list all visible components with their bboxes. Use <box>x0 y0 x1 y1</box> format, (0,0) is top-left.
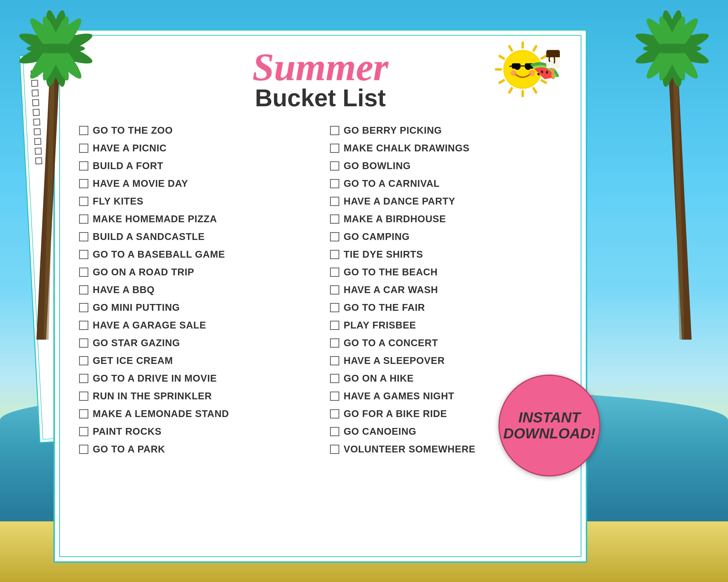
badge-text-line1: INSTANT <box>518 409 580 425</box>
list-item[interactable]: GO BOWLING <box>330 157 562 175</box>
list-item[interactable]: GO TO THE FAIR <box>330 299 562 316</box>
item-text: PAINT ROCKS <box>93 426 162 437</box>
item-text: GO CANOEING <box>344 426 416 437</box>
checkbox-left-18[interactable] <box>79 445 88 454</box>
checkbox-right-10[interactable] <box>330 303 339 312</box>
svg-point-17 <box>643 44 701 53</box>
checkbox-right-14[interactable] <box>330 374 339 383</box>
item-text: GO TO THE FAIR <box>344 302 425 313</box>
list-item[interactable]: GET ICE CREAM <box>79 352 311 369</box>
item-text: HAVE A SLEEPOVER <box>344 355 445 366</box>
item-text: VOLUNTEER SOMEWHERE <box>344 444 475 455</box>
checkbox-left-15[interactable] <box>79 392 88 401</box>
checkbox-right-11[interactable] <box>330 321 339 330</box>
list-item[interactable]: GO CAMPING <box>330 228 562 245</box>
checkbox-right-7[interactable] <box>330 250 339 259</box>
checkbox-right-3[interactable] <box>330 179 339 188</box>
list-item[interactable]: GO TO A PARK <box>79 440 311 458</box>
checkbox-left-17[interactable] <box>79 427 88 436</box>
item-text: GO FOR A BIKE RIDE <box>344 408 447 419</box>
list-item[interactable]: GO TO A DRIVE IN MOVIE <box>79 369 311 387</box>
item-text: GO TO A CONCERT <box>344 338 438 348</box>
item-text: PLAY FRISBEE <box>344 320 416 330</box>
checkbox-right-2[interactable] <box>330 161 339 170</box>
checkbox-right-12[interactable] <box>330 338 339 348</box>
list-item[interactable]: PAINT ROCKS <box>79 423 311 440</box>
item-text: MAKE A BIRDHOUSE <box>344 213 446 224</box>
checkbox-left-16[interactable] <box>79 409 88 419</box>
checkbox-right-8[interactable] <box>330 268 339 277</box>
list-item[interactable]: PLAY FRISBEE <box>330 316 562 334</box>
checkbox-left-13[interactable] <box>79 356 88 365</box>
checkbox-right-18[interactable] <box>330 445 339 454</box>
list-item[interactable]: RUN IN THE SPRINKLER <box>79 387 311 405</box>
item-text: HAVE A DANCE PARTY <box>344 196 455 207</box>
summer-title: Summer <box>252 48 388 86</box>
list-item[interactable]: MAKE A BIRDHOUSE <box>330 210 562 228</box>
item-text: GO BOWLING <box>344 160 411 171</box>
checkbox-right-16[interactable] <box>330 409 339 419</box>
svg-point-8 <box>27 44 85 53</box>
list-item[interactable]: GO TO A CONCERT <box>330 334 562 352</box>
checkbox-right-6[interactable] <box>330 232 339 241</box>
item-text: MAKE CHALK DRAWINGS <box>344 143 470 154</box>
checkbox-right-4[interactable] <box>330 197 339 206</box>
main-paper: Summer Bucket List GO TO THE ZOO HAVE A … <box>53 29 587 563</box>
header: Summer Bucket List <box>64 40 576 117</box>
list-item[interactable]: GO BERRY PICKING <box>330 122 562 139</box>
item-text: GO ON A HIKE <box>344 373 414 384</box>
checkbox-right-1[interactable] <box>330 143 339 153</box>
item-text: GO TO A PARK <box>93 444 165 455</box>
checklist-area: GO TO THE ZOO HAVE A PICNIC BUILD A FORT… <box>64 117 576 463</box>
item-text: GO TO A CARNIVAL <box>344 178 440 189</box>
checkbox-right-9[interactable] <box>330 285 339 294</box>
checkbox-right-13[interactable] <box>330 356 339 365</box>
list-item[interactable]: HAVE A CAR WASH <box>330 281 562 299</box>
list-item[interactable]: GO TO THE BEACH <box>330 263 562 281</box>
list-item[interactable]: HAVE A DANCE PARTY <box>330 192 562 210</box>
checkbox-right-15[interactable] <box>330 392 339 401</box>
list-item[interactable]: MAKE CHALK DRAWINGS <box>330 139 562 157</box>
bucket-list-title: Bucket List <box>64 84 576 112</box>
checkbox-right-17[interactable] <box>330 427 339 436</box>
checkbox-left-14[interactable] <box>79 374 88 383</box>
item-text: GO TO THE BEACH <box>344 267 438 277</box>
item-text: MAKE A LEMONADE STAND <box>93 408 229 419</box>
checkbox-right-5[interactable] <box>330 214 339 224</box>
item-text: GO CAMPING <box>344 231 410 242</box>
list-item[interactable]: GO TO A CARNIVAL <box>330 175 562 192</box>
item-text: TIE DYE SHIRTS <box>344 249 423 260</box>
item-text: GO BERRY PICKING <box>344 125 442 136</box>
item-text: HAVE A GAMES NIGHT <box>344 391 454 401</box>
list-item[interactable]: TIE DYE SHIRTS <box>330 245 562 263</box>
item-text: GO TO A DRIVE IN MOVIE <box>93 373 217 384</box>
badge-text-line2: DOWNLOAD! <box>503 425 596 442</box>
item-text: RUN IN THE SPRINKLER <box>93 391 212 401</box>
item-text: GET ICE CREAM <box>93 355 173 366</box>
list-item[interactable]: HAVE A SLEEPOVER <box>330 352 562 369</box>
palm-tree-right <box>614 0 728 340</box>
checkbox-left-12[interactable] <box>79 338 88 348</box>
instant-download-badge[interactable]: INSTANT DOWNLOAD! <box>498 375 600 476</box>
item-text: HAVE A CAR WASH <box>344 284 438 295</box>
palm-tree-left <box>0 0 114 340</box>
checkbox-right-0[interactable] <box>330 126 339 135</box>
list-item[interactable]: MAKE A LEMONADE STAND <box>79 405 311 423</box>
